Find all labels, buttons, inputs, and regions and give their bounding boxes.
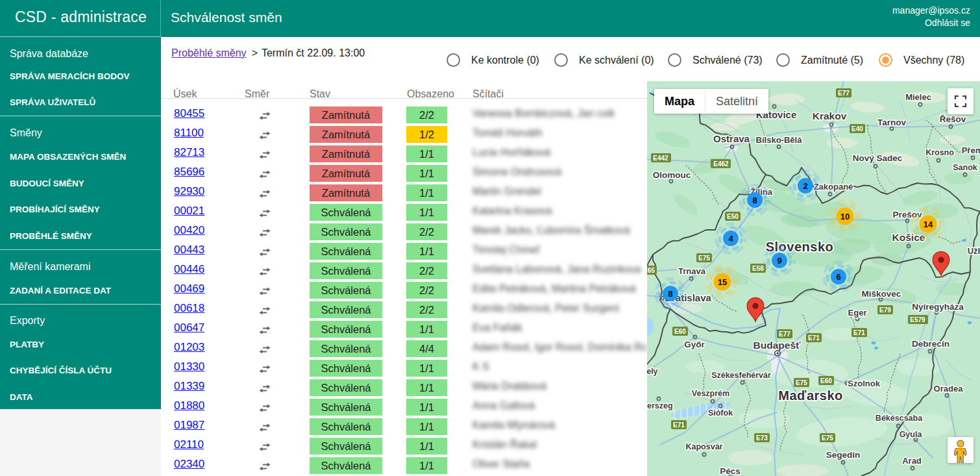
svg-text:Debrecín: Debrecín bbox=[912, 339, 949, 349]
svg-text:E579: E579 bbox=[910, 316, 925, 323]
svg-text:Přemyšl: Přemyšl bbox=[962, 145, 980, 155]
svg-text:E60: E60 bbox=[820, 377, 832, 384]
svg-text:Szolnok: Szolnok bbox=[848, 379, 881, 388]
svg-text:Krakov: Krakov bbox=[813, 110, 847, 121]
svg-text:E73: E73 bbox=[756, 434, 768, 442]
svg-text:E71: E71 bbox=[853, 329, 865, 336]
svg-text:Olomouc: Olomouc bbox=[653, 170, 691, 180]
svg-text:Oradea: Oradea bbox=[934, 384, 964, 394]
svg-text:E79: E79 bbox=[879, 307, 891, 314]
svg-text:E65: E65 bbox=[647, 267, 655, 274]
svg-text:E75: E75 bbox=[822, 434, 833, 442]
svg-text:E58: E58 bbox=[752, 265, 764, 272]
svg-text:E71: E71 bbox=[673, 421, 685, 429]
svg-text:Užhorod: Užhorod bbox=[968, 246, 980, 256]
svg-text:E77: E77 bbox=[779, 331, 790, 338]
svg-text:Ostrava: Ostrava bbox=[713, 133, 750, 144]
svg-text:E71: E71 bbox=[808, 334, 820, 342]
svg-text:14: 14 bbox=[924, 219, 933, 229]
svg-text:E462: E462 bbox=[713, 160, 729, 168]
svg-text:Budapešť: Budapešť bbox=[753, 340, 801, 351]
svg-text:4: 4 bbox=[728, 234, 733, 244]
svg-text:E40: E40 bbox=[851, 125, 863, 132]
svg-text:Nyíregyháza: Nyíregyháza bbox=[912, 302, 964, 312]
svg-text:E442: E442 bbox=[653, 155, 668, 162]
svg-text:E75: E75 bbox=[698, 255, 710, 262]
svg-text:E75: E75 bbox=[796, 379, 807, 386]
svg-text:9: 9 bbox=[777, 256, 781, 266]
svg-text:Segedín: Segedín bbox=[826, 450, 861, 460]
svg-text:Sanok: Sanok bbox=[953, 163, 977, 172]
svg-text:Nový Sadec: Nový Sadec bbox=[853, 153, 903, 163]
svg-text:Eger: Eger bbox=[848, 308, 867, 318]
svg-text:E60: E60 bbox=[674, 328, 686, 335]
svg-text:Pécs: Pécs bbox=[720, 466, 741, 476]
svg-text:Maďarsko: Maďarsko bbox=[778, 388, 843, 403]
svg-text:Miškovec: Miškovec bbox=[862, 289, 901, 299]
svg-text:Zalaegerszeg: Zalaegerszeg bbox=[647, 401, 673, 410]
svg-text:15: 15 bbox=[718, 277, 727, 287]
svg-text:Trnava: Trnava bbox=[678, 266, 706, 276]
svg-text:Szombathely: Szombathely bbox=[647, 367, 658, 376]
svg-text:E50: E50 bbox=[727, 213, 739, 220]
svg-text:E77: E77 bbox=[838, 90, 850, 97]
svg-text:8: 8 bbox=[668, 289, 672, 299]
svg-text:Győr: Győr bbox=[684, 340, 705, 349]
svg-text:2: 2 bbox=[803, 181, 807, 191]
svg-text:8: 8 bbox=[752, 195, 757, 205]
svg-text:Řešov: Řešov bbox=[940, 114, 966, 124]
svg-text:Bílsko-Bělá: Bílsko-Bělá bbox=[756, 135, 803, 145]
svg-text:Békéscsaba: Békéscsaba bbox=[876, 414, 923, 423]
svg-text:6: 6 bbox=[836, 272, 840, 282]
svg-text:Tarnov: Tarnov bbox=[877, 118, 906, 127]
svg-text:Arad: Arad bbox=[902, 456, 922, 466]
svg-text:Mielec: Mielec bbox=[905, 92, 931, 102]
svg-text:Gyula: Gyula bbox=[900, 430, 923, 439]
svg-text:Siófok: Siófok bbox=[708, 408, 733, 418]
svg-text:Kaposvár: Kaposvár bbox=[686, 442, 723, 451]
svg-text:Székesfehérvár: Székesfehérvár bbox=[711, 371, 771, 380]
svg-text:Krosno: Krosno bbox=[925, 148, 954, 157]
svg-text:10: 10 bbox=[840, 212, 850, 221]
svg-text:Veszprém: Veszprém bbox=[692, 389, 729, 398]
svg-text:Košice: Košice bbox=[892, 232, 925, 243]
